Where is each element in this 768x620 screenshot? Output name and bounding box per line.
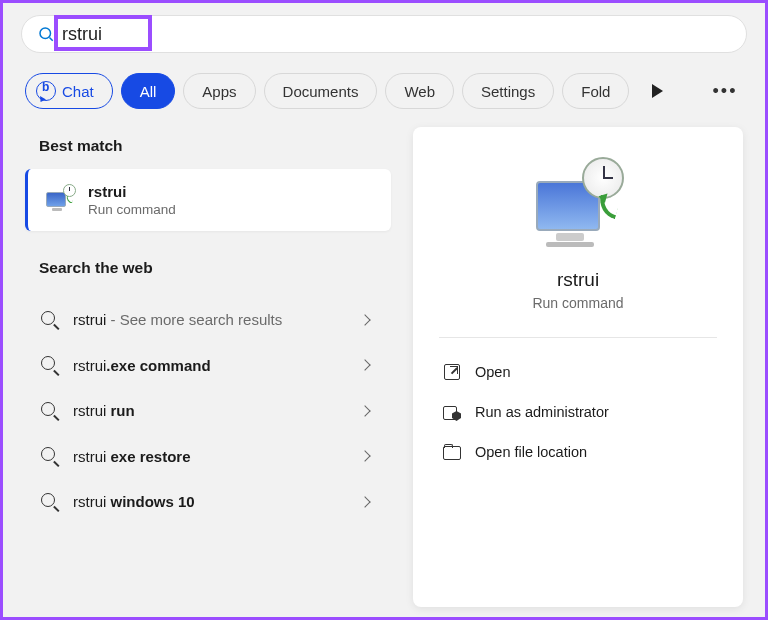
action-open-file-location[interactable]: Open file location	[439, 432, 717, 472]
chevron-right-icon	[359, 451, 370, 462]
more-options-icon[interactable]: •••	[707, 81, 743, 102]
web-result-text: rstrui exe restore	[73, 447, 347, 467]
filter-label: Chat	[62, 83, 94, 100]
web-result-text: rstrui run	[73, 401, 347, 421]
web-results-list: rstrui - See more search results rstrui.…	[25, 297, 391, 525]
admin-shield-icon	[443, 403, 461, 421]
search-filters: Chat All Apps Documents Web Settings Fol…	[3, 61, 765, 127]
system-restore-icon-large	[528, 161, 628, 251]
filter-folders[interactable]: Fold	[562, 73, 629, 109]
web-result[interactable]: rstrui exe restore	[25, 434, 391, 480]
detail-title: rstrui	[439, 269, 717, 291]
filter-chat[interactable]: Chat	[25, 73, 113, 109]
search-icon	[41, 311, 59, 329]
filter-label: Fold	[581, 83, 610, 100]
filter-label: Apps	[202, 83, 236, 100]
filter-label: Web	[404, 83, 435, 100]
web-result[interactable]: rstrui windows 10	[25, 479, 391, 525]
detail-subtitle: Run command	[439, 295, 717, 311]
detail-panel: rstrui Run command Open Run as administr…	[413, 127, 743, 607]
web-result[interactable]: rstrui - See more search results	[25, 297, 391, 343]
search-icon	[41, 493, 59, 511]
chevron-right-icon	[359, 314, 370, 325]
open-icon	[443, 363, 461, 381]
filter-label: All	[140, 83, 157, 100]
search-icon	[41, 402, 59, 420]
filter-documents[interactable]: Documents	[264, 73, 378, 109]
filter-all[interactable]: All	[121, 73, 176, 109]
action-run-as-admin[interactable]: Run as administrator	[439, 392, 717, 432]
divider	[439, 337, 717, 338]
search-icon	[41, 356, 59, 374]
chevron-right-icon	[359, 405, 370, 416]
search-icon	[41, 447, 59, 465]
action-open[interactable]: Open	[439, 352, 717, 392]
result-title: rstrui	[88, 183, 176, 200]
folder-icon	[443, 443, 461, 461]
action-label: Open	[475, 364, 510, 380]
svg-point-0	[40, 28, 51, 39]
system-restore-icon	[44, 185, 74, 215]
filter-web[interactable]: Web	[385, 73, 454, 109]
web-result[interactable]: rstrui.exe command	[25, 343, 391, 389]
section-header-search-web: Search the web	[25, 249, 391, 291]
filter-label: Settings	[481, 83, 535, 100]
web-result-text: rstrui.exe command	[73, 356, 347, 376]
scroll-right-icon[interactable]	[643, 77, 671, 105]
web-result-text: rstrui windows 10	[73, 492, 347, 512]
action-label: Run as administrator	[475, 404, 609, 420]
filter-label: Documents	[283, 83, 359, 100]
web-result-text: rstrui - See more search results	[73, 310, 347, 330]
search-input[interactable]	[62, 24, 262, 45]
action-label: Open file location	[475, 444, 587, 460]
search-bar[interactable]	[21, 15, 747, 53]
result-subtitle: Run command	[88, 202, 176, 217]
search-icon	[36, 24, 56, 44]
results-column: Best match rstrui Run command Search the…	[25, 127, 391, 607]
svg-line-1	[49, 37, 52, 40]
bing-chat-icon	[36, 81, 56, 101]
chevron-right-icon	[359, 360, 370, 371]
filter-settings[interactable]: Settings	[462, 73, 554, 109]
chevron-right-icon	[359, 496, 370, 507]
best-match-result[interactable]: rstrui Run command	[25, 169, 391, 231]
section-header-best-match: Best match	[25, 127, 391, 169]
web-result[interactable]: rstrui run	[25, 388, 391, 434]
filter-apps[interactable]: Apps	[183, 73, 255, 109]
